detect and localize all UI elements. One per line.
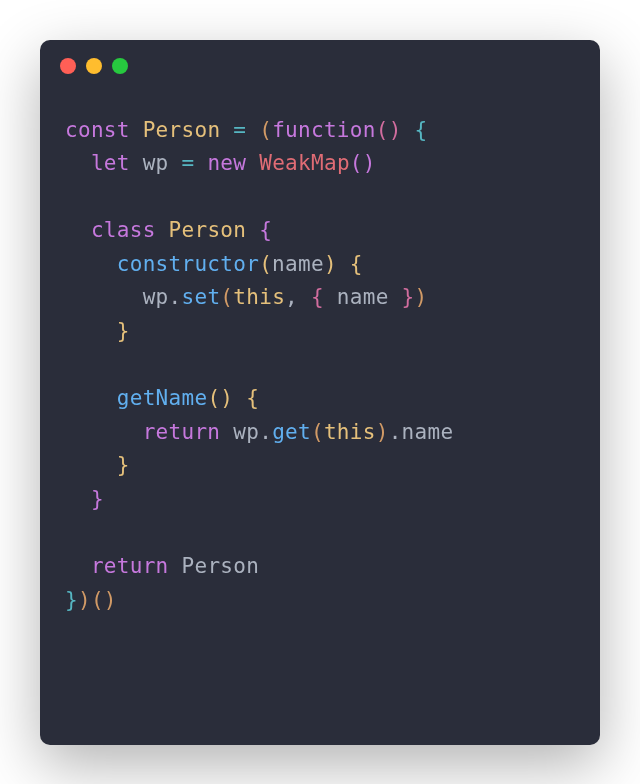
operator: =: [182, 151, 195, 175]
punctuation: .: [259, 420, 272, 444]
paren: ): [104, 588, 117, 612]
parameter: name: [272, 252, 324, 276]
keyword-this: this: [324, 420, 376, 444]
identifier: wp: [143, 151, 169, 175]
keyword-const: const: [65, 118, 130, 142]
property: name: [324, 285, 402, 309]
paren: ): [78, 588, 91, 612]
brace: {: [259, 218, 272, 242]
paren: (: [376, 118, 389, 142]
brace: }: [65, 487, 104, 511]
keyword-this: this: [233, 285, 285, 309]
keyword-let: let: [65, 151, 130, 175]
brace: }: [65, 453, 130, 477]
paren: (: [220, 285, 233, 309]
brace: }: [65, 319, 130, 343]
brace: {: [233, 386, 259, 410]
brace: {: [311, 285, 324, 309]
brace: }: [402, 285, 415, 309]
keyword-return: return: [65, 554, 169, 578]
paren: ): [415, 285, 428, 309]
method-call: set: [182, 285, 221, 309]
minimize-icon[interactable]: [86, 58, 102, 74]
keyword-class: class: [65, 218, 156, 242]
close-icon[interactable]: [60, 58, 76, 74]
class-name: Person: [169, 218, 247, 242]
method-name: constructor: [65, 252, 259, 276]
identifier: wp: [65, 285, 169, 309]
keyword-new: new: [207, 151, 246, 175]
paren: (: [259, 118, 272, 142]
paren: ): [363, 151, 376, 175]
method-name: getName: [65, 386, 207, 410]
property: name: [402, 420, 454, 444]
identifier: Person: [169, 554, 260, 578]
brace: }: [65, 588, 78, 612]
class-name: Person: [143, 118, 221, 142]
brace: {: [337, 252, 363, 276]
class-name: WeakMap: [259, 151, 350, 175]
brace: {: [402, 118, 428, 142]
paren: (: [259, 252, 272, 276]
punctuation: ,: [285, 285, 311, 309]
method-call: get: [272, 420, 311, 444]
punctuation: .: [169, 285, 182, 309]
paren: ): [324, 252, 337, 276]
code-window: const Person = (function() { let wp = ne…: [40, 40, 600, 745]
keyword-function: function: [272, 118, 376, 142]
paren: (: [311, 420, 324, 444]
paren: ): [389, 118, 402, 142]
paren: ): [220, 386, 233, 410]
paren: (: [350, 151, 363, 175]
maximize-icon[interactable]: [112, 58, 128, 74]
paren: (: [207, 386, 220, 410]
punctuation: .: [389, 420, 402, 444]
keyword-return: return: [65, 420, 220, 444]
window-titlebar: [40, 40, 600, 84]
code-block: const Person = (function() { let wp = ne…: [40, 84, 600, 648]
operator: =: [233, 118, 246, 142]
paren: (: [91, 588, 104, 612]
paren: ): [376, 420, 389, 444]
identifier: wp: [220, 420, 259, 444]
